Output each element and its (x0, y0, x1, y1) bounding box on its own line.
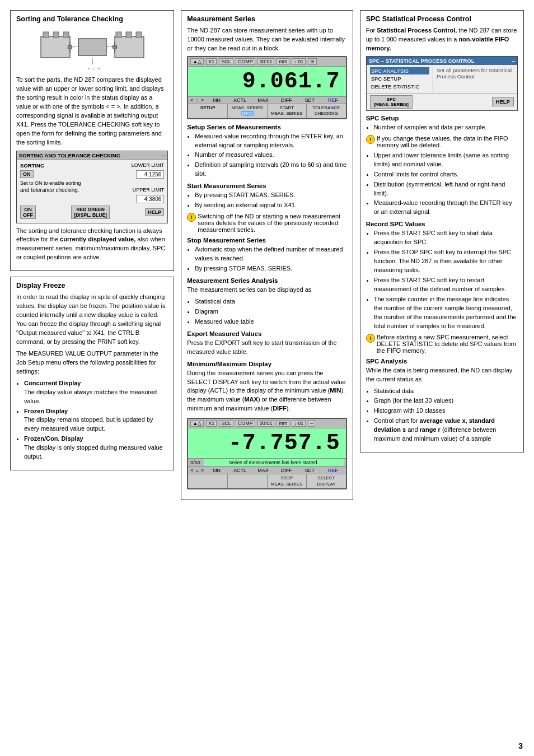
minmax-text: During the measurement series you can pr… (187, 369, 346, 414)
nd-ref: REF (322, 97, 344, 103)
measurement-series-section: Measurement Series The ND 287 can store … (181, 10, 353, 500)
display-freeze-title: Display Freeze (16, 282, 168, 290)
sort-set-on-label: Set to ON to enable sorting (20, 180, 81, 186)
setup-item-3: Definition of sampling intervals (20 ms … (195, 161, 346, 179)
spc-analysis-intro: While the data is being measured, the ND… (366, 366, 518, 384)
nd2-sk-select[interactable]: SELECTDISPLAY (307, 474, 346, 488)
spc-setup-item-2: Upper and lower tolerance limits (same a… (374, 151, 518, 169)
spc-analysis-item-1: Statistical data (374, 387, 518, 396)
lower-limit-label: LOWER LIMIT (132, 162, 165, 168)
frozencon-text: The display is only stopped during measu… (24, 444, 163, 460)
minmax-heading: Minimum/Maximum Display (187, 361, 346, 367)
sort-row-sorting: SORTING LOWER LIMIT (20, 162, 164, 169)
nd-panel-1: ▲△ X1 SCL COMP 00:01 mm ↓·01 ⊕ 9.061.7 <… (187, 56, 346, 119)
spc-menu-col: SPC ANALYSIS SPC SETUP DELETE STATISTIC (367, 65, 433, 93)
start-warn-row: ! Switching-off the ND or starting a new… (187, 213, 346, 233)
nd2-sk-stop[interactable]: STOPMEAS. SERIES (268, 474, 307, 488)
record-item-1: Press the START SPC soft key to start da… (374, 229, 518, 247)
freeze-body2: The MEASURED VALUE OUTPUT parameter in t… (16, 349, 168, 376)
analysis-intro: The measurement series can be displayed … (187, 286, 346, 295)
setup-item-1: Measured-value recording through the ENT… (195, 132, 346, 150)
nd-sk-meas-series[interactable]: MEAS. SERIES[SPC] (228, 104, 268, 118)
lower-limit-value: 4.1256 (136, 170, 164, 179)
spc-menu-setup[interactable]: SPC SETUP (370, 75, 429, 82)
stop-heading: Stop Measurement Series (187, 237, 346, 244)
red-green-button[interactable]: RED GREEN[DISPL. BLUE] (71, 206, 110, 219)
nd2-comp: COMP (236, 420, 255, 427)
spc-setup-list2: Upper and lower tolerance limits (same a… (374, 151, 518, 217)
sort-row-on: ON 4.1256 (20, 170, 164, 179)
nd-time: 00:01 (257, 58, 275, 65)
record-item-4: The sample counter in the message line i… (374, 295, 518, 331)
nd-max: MAX (252, 97, 274, 103)
sort-row-upper: and tolerance checking. UPPER LIMIT (20, 187, 164, 193)
spc-setup-item-3: Control limits for control charts. (374, 170, 518, 179)
nd-ch1: X1 (206, 58, 217, 65)
spc-form-header: SPC – STATISTICAL PROCESS CONTROL – (367, 57, 517, 65)
warning-icon-2: ! (366, 135, 375, 144)
spc-analysis-heading: SPC Analysis (366, 358, 518, 365)
on-off-button[interactable]: ONOFF (20, 206, 36, 219)
nd-softkeys-1: SETUP MEAS. SERIES[SPC] STARTMEAS. SERIE… (188, 104, 345, 118)
setup-list: Measured-value recording through the ENT… (195, 132, 346, 179)
sort-row-upper-val: 4.3806 (20, 195, 164, 203)
concurrent-label: Concurrent Display (24, 380, 81, 386)
machine-diagram: ← = → (16, 26, 168, 71)
svg-rect-0 (41, 36, 70, 58)
spc-setup-list1: Number of samples and data per sample. (374, 123, 518, 132)
spc-meas-btn[interactable]: SPC[MEAS. SERIES] (370, 95, 413, 109)
nd-softkeys-2: STOPMEAS. SERIES SELECTDISPLAY (188, 474, 345, 488)
record-heading: Record SPC Values (366, 221, 518, 227)
nd-sk-start[interactable]: STARTMEAS. SERIES (268, 104, 307, 118)
nd-arrow-left: < (190, 97, 193, 103)
page-number: 3 (518, 741, 523, 750)
nd2-delta-icon: ▲△ (190, 420, 204, 427)
nd-panel2-top: ▲△ X1 SCL COMP 00:01 mm ↓·01 – (188, 419, 345, 428)
column-left: Sorting and Tolerance Checking (10, 10, 174, 506)
nd2-ch1: X1 (206, 420, 217, 427)
analysis-item-1: Statistical data (195, 297, 346, 306)
svg-rect-1 (43, 32, 49, 38)
start-warn-text: Switching-off the ND or starting a new m… (198, 213, 346, 233)
sorting-body2: The sorting and tolerance checking funct… (16, 227, 168, 263)
spc-menu-analysis[interactable]: SPC ANALYSIS (370, 67, 429, 74)
sort-form-title: SORTING AND TOLERANCE CHECKING (19, 152, 120, 158)
setup-heading: Setup Series of Measurements (187, 124, 346, 130)
freeze-item-frozen: Frozen Display The display remains stopp… (24, 407, 168, 434)
nd-display-1: 9.061.7 (188, 67, 345, 96)
sort-form-minus[interactable]: – (162, 152, 165, 158)
warning-icon-3: ! (366, 334, 375, 343)
spc-help-btn[interactable]: HELP (492, 97, 514, 106)
upper-limit-value: 4.3806 (136, 195, 164, 203)
sorting-section: Sorting and Tolerance Checking (10, 10, 174, 271)
nd-arrow-right: > (201, 97, 204, 103)
svg-rect-9 (78, 39, 106, 55)
nd-sk-tolerance[interactable]: TOLERANCECHECKING (307, 104, 346, 118)
spc-analysis-item-2: Graph (for the last 30 values) (374, 396, 518, 405)
export-text: Press the EXPORT soft key to start trans… (187, 339, 346, 357)
analysis-list: Statistical data Diagram Measured value … (195, 297, 346, 326)
help-button[interactable]: HELP (145, 208, 164, 216)
spc-intro-bold: Statistical Process Control, (377, 27, 457, 34)
nd2-sk-empty2 (228, 474, 268, 488)
spc-form-title: SPC – STATISTICAL PROCESS CONTROL (369, 58, 475, 64)
nd2-actl: ACTL (229, 468, 251, 473)
analysis-item-2: Diagram (195, 307, 346, 316)
spc-setup-item-5: Measured-value recording through the ENT… (374, 199, 518, 217)
nd-sk-setup[interactable]: SETUP (188, 104, 228, 118)
spc-form-minus[interactable]: – (512, 58, 515, 64)
column-mid: Measurement Series The ND 287 can store … (181, 10, 353, 506)
svg-rect-8 (136, 32, 142, 38)
sort-form-body: SORTING LOWER LIMIT ON 4.1256 Set to ON … (17, 160, 167, 223)
nd-status-row: 0/50 Series of measurements has been sta… (188, 458, 345, 466)
frozencon-label: Frozen/Con. Display (24, 435, 83, 442)
spc-setup-item-4: Distribution (symmetrical, left-hand or … (374, 180, 518, 198)
sort-on-button[interactable]: ON (20, 170, 34, 178)
start-heading: Start Measurement Series (187, 183, 346, 189)
freeze-list: Concurrent Display The display value alw… (24, 379, 168, 461)
record-item-3: Press the START SPC soft key to restart … (374, 276, 518, 294)
spc-menu-delete[interactable]: DELETE STATISTIC (370, 83, 429, 90)
analysis-heading: Measurement Series Analysis (187, 277, 346, 284)
sort-form-header: SORTING AND TOLERANCE CHECKING – (17, 151, 167, 160)
svg-rect-5 (115, 36, 144, 58)
